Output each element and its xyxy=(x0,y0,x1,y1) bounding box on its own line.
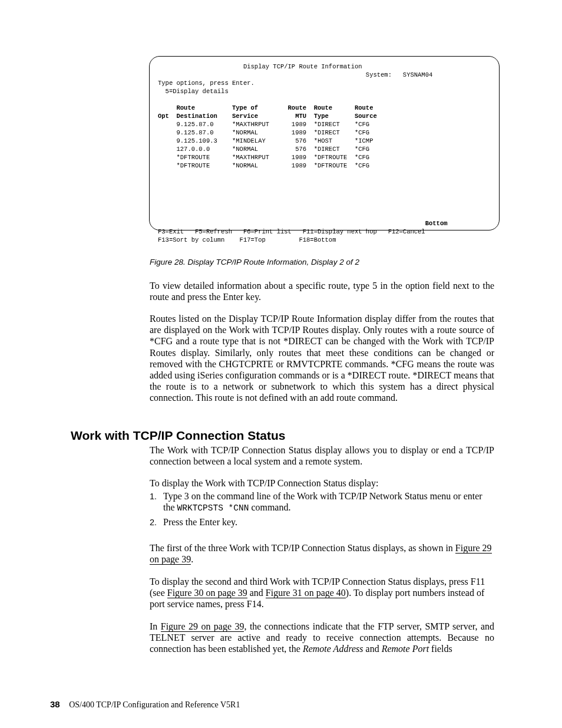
list-text: command. xyxy=(249,502,290,512)
paragraph: To view detailed information about a spe… xyxy=(150,280,494,302)
para-text: and xyxy=(363,644,382,654)
command-text: WRKTCPSTS *CNN xyxy=(177,503,249,513)
field-name: Remote Address xyxy=(303,644,363,654)
paragraph: The first of the three Work with TCP/IP … xyxy=(150,542,494,565)
paragraph: To display the second and third Work wit… xyxy=(150,576,494,610)
terminal-screen: Display TCP/IP Route Information System:… xyxy=(149,56,500,230)
terminal-content: Display TCP/IP Route Information System:… xyxy=(158,62,491,244)
paragraph: In Figure 29 on page 39, the connections… xyxy=(150,621,494,655)
list-number: 1. xyxy=(150,491,157,502)
para-text: In xyxy=(150,621,161,631)
list-item: 2. Press the Enter key. xyxy=(150,516,494,528)
list-item: 1. Type 3 on the command line of the Wor… xyxy=(150,490,494,514)
para-text: . xyxy=(191,554,193,564)
para-text: fields xyxy=(429,644,452,654)
page: Display TCP/IP Route Information System:… xyxy=(0,0,562,728)
paragraph: To display the Work with TCP/IP Connecti… xyxy=(150,477,494,489)
field-name: Remote Port xyxy=(382,644,429,654)
figure-link[interactable]: Figure 30 on page 39 xyxy=(167,588,247,598)
paragraph: The Work with TCP/IP Connection Status d… xyxy=(150,444,494,467)
footer-text: OS/400 TCP/IP Configuration and Referenc… xyxy=(69,700,240,709)
page-number: 38 xyxy=(50,699,60,709)
list-text: Press the Enter key. xyxy=(163,517,237,527)
figure-link[interactable]: Figure 29 on page 39 xyxy=(161,621,244,632)
section-heading: Work with TCP/IP Connection Status xyxy=(71,429,285,443)
figure-link[interactable]: Figure 31 on page 40 xyxy=(266,588,346,598)
figure-caption: Figure 28. Display TCP/IP Route Informat… xyxy=(150,258,359,266)
page-footer: 38 OS/400 TCP/IP Configuration and Refer… xyxy=(50,699,240,710)
paragraph: Routes listed on the Display TCP/IP Rout… xyxy=(150,313,494,404)
ordered-list: 1. Type 3 on the command line of the Wor… xyxy=(150,490,494,531)
para-text: The first of the three Work with TCP/IP … xyxy=(150,543,455,553)
list-number: 2. xyxy=(150,517,157,528)
para-text: and xyxy=(247,588,266,598)
